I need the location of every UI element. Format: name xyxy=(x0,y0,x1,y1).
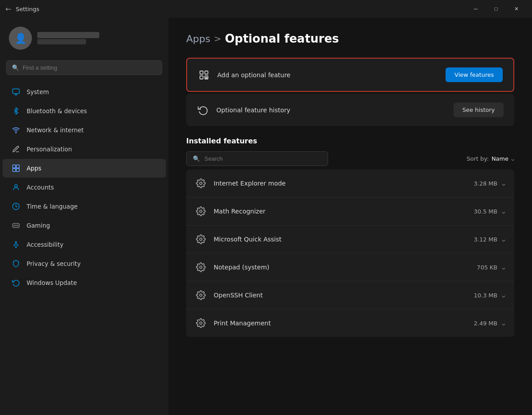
feature-gear-icon xyxy=(195,178,207,189)
feature-item[interactable]: Print Management 2.49 MB ⌵ xyxy=(186,309,514,337)
user-info xyxy=(37,32,99,44)
features-search-input[interactable] xyxy=(204,155,321,162)
features-search-icon: 🔍 xyxy=(193,155,200,162)
sidebar-item-accounts-label: Accounts xyxy=(27,184,54,191)
titlebar-controls: ─ □ ✕ xyxy=(466,2,527,16)
titlebar: ← Settings ─ □ ✕ xyxy=(0,0,532,18)
sidebar-item-accounts[interactable]: Accounts xyxy=(3,178,166,197)
sidebar-item-bluetooth[interactable]: Bluetooth & devices xyxy=(3,102,166,120)
feature-right: 2.49 MB ⌵ xyxy=(474,320,505,327)
view-features-button[interactable]: View features xyxy=(446,67,503,82)
feature-name: Notepad (system) xyxy=(214,264,269,271)
search-input[interactable] xyxy=(23,64,156,71)
network-icon xyxy=(12,126,20,134)
sidebar: 👤 🔍 System Bluetooth & xyxy=(0,18,168,415)
svg-point-22 xyxy=(200,294,202,296)
svg-point-21 xyxy=(200,266,202,269)
bluetooth-icon xyxy=(12,107,20,115)
sidebar-item-accessibility[interactable]: Accessibility xyxy=(3,235,166,254)
svg-rect-5 xyxy=(16,169,20,172)
svg-point-10 xyxy=(17,225,18,226)
see-history-button[interactable]: See history xyxy=(454,103,504,117)
feature-name: OpenSSH Client xyxy=(214,292,263,299)
features-controls: 🔍 Sort by: Name ⌵ xyxy=(186,151,514,166)
feature-left: Math Recognizer xyxy=(195,206,266,217)
sidebar-item-bluetooth-label: Bluetooth & devices xyxy=(27,107,87,115)
sort-controls[interactable]: Sort by: Name ⌵ xyxy=(466,155,514,162)
feature-right: 3.12 MB ⌵ xyxy=(474,236,505,243)
maximize-button[interactable]: □ xyxy=(486,2,506,16)
feature-name: Microsoft Quick Assist xyxy=(214,236,282,243)
sidebar-item-time[interactable]: Time & language xyxy=(3,197,166,216)
feature-chevron-icon: ⌵ xyxy=(502,236,505,243)
feature-item[interactable]: OpenSSH Client 10.3 MB ⌵ xyxy=(186,281,514,309)
sidebar-item-apps[interactable]: Apps xyxy=(3,159,166,178)
feature-size: 2.49 MB xyxy=(474,320,497,327)
feature-size: 3.28 MB xyxy=(474,180,497,187)
svg-point-1 xyxy=(16,132,16,133)
update-icon xyxy=(12,278,20,287)
feature-item[interactable]: Internet Explorer mode 3.28 MB ⌵ xyxy=(186,170,514,198)
breadcrumb: Apps > Optional features xyxy=(186,32,514,45)
gaming-icon xyxy=(12,221,20,230)
feature-gear-icon xyxy=(195,261,207,273)
sort-chevron-icon: ⌵ xyxy=(511,156,514,162)
sidebar-item-network-label: Network & internet xyxy=(27,126,84,134)
feature-chevron-icon: ⌵ xyxy=(502,264,505,271)
history-card: Optional feature history See history xyxy=(186,94,514,126)
feature-gear-icon xyxy=(195,206,207,217)
system-icon xyxy=(12,87,20,96)
feature-left: OpenSSH Client xyxy=(195,289,263,301)
user-profile: 👤 xyxy=(0,18,168,60)
add-feature-icon xyxy=(198,69,210,81)
search-icon: 🔍 xyxy=(12,64,19,71)
feature-item[interactable]: Math Recognizer 30.5 MB ⌵ xyxy=(186,198,514,225)
titlebar-left: ← Settings xyxy=(5,5,39,13)
feature-left: Print Management xyxy=(195,317,271,329)
feature-item[interactable]: Notepad (system) 705 KB ⌵ xyxy=(186,253,514,281)
avatar: 👤 xyxy=(9,27,32,50)
personalization-icon xyxy=(12,145,20,154)
feature-name: Math Recognizer xyxy=(214,208,266,215)
breadcrumb-apps[interactable]: Apps xyxy=(186,33,210,44)
sidebar-item-gaming-label: Gaming xyxy=(27,222,50,229)
feature-gear-icon xyxy=(195,289,207,301)
svg-point-20 xyxy=(200,238,202,241)
sidebar-item-system[interactable]: System xyxy=(3,83,166,101)
feature-size: 10.3 MB xyxy=(474,292,497,299)
minimize-button[interactable]: ─ xyxy=(466,2,486,16)
svg-rect-13 xyxy=(205,71,208,74)
sidebar-item-personalization[interactable]: Personalization xyxy=(3,140,166,158)
feature-list: Internet Explorer mode 3.28 MB ⌵ Math Re… xyxy=(186,170,514,337)
feature-name: Internet Explorer mode xyxy=(214,180,286,187)
feature-right: 705 KB ⌵ xyxy=(477,264,505,271)
svg-rect-2 xyxy=(13,165,16,168)
app-layout: 👤 🔍 System Bluetooth & xyxy=(0,18,532,415)
content-area: Apps > Optional features Add an optiona xyxy=(168,18,532,415)
close-button[interactable]: ✕ xyxy=(506,2,527,16)
feature-gear-icon xyxy=(195,317,207,329)
breadcrumb-current: Optional features xyxy=(225,32,339,45)
sidebar-item-network[interactable]: Network & internet xyxy=(3,121,166,139)
user-name-bar xyxy=(37,32,99,38)
sidebar-item-time-label: Time & language xyxy=(27,203,78,210)
feature-left: Notepad (system) xyxy=(195,261,269,273)
sidebar-item-update[interactable]: Windows Update xyxy=(3,273,166,292)
sidebar-item-accessibility-label: Accessibility xyxy=(27,241,63,248)
sort-label-text: Sort by: xyxy=(466,155,489,162)
sidebar-item-update-label: Windows Update xyxy=(27,279,77,286)
history-icon xyxy=(197,104,209,116)
sidebar-nav: System Bluetooth & devices Network & int… xyxy=(0,82,168,292)
svg-point-11 xyxy=(16,241,17,243)
accounts-icon xyxy=(12,183,20,192)
time-icon xyxy=(12,202,20,211)
feature-item[interactable]: Microsoft Quick Assist 3.12 MB ⌵ xyxy=(186,225,514,253)
search-box[interactable]: 🔍 xyxy=(6,60,162,75)
sidebar-item-system-label: System xyxy=(27,88,49,95)
features-search-wrap[interactable]: 🔍 xyxy=(186,151,328,166)
sidebar-item-privacy-label: Privacy & security xyxy=(27,260,81,267)
svg-rect-0 xyxy=(13,89,20,94)
sidebar-item-gaming[interactable]: Gaming xyxy=(3,216,166,235)
svg-rect-4 xyxy=(13,169,16,172)
sidebar-item-privacy[interactable]: Privacy & security xyxy=(3,254,166,273)
